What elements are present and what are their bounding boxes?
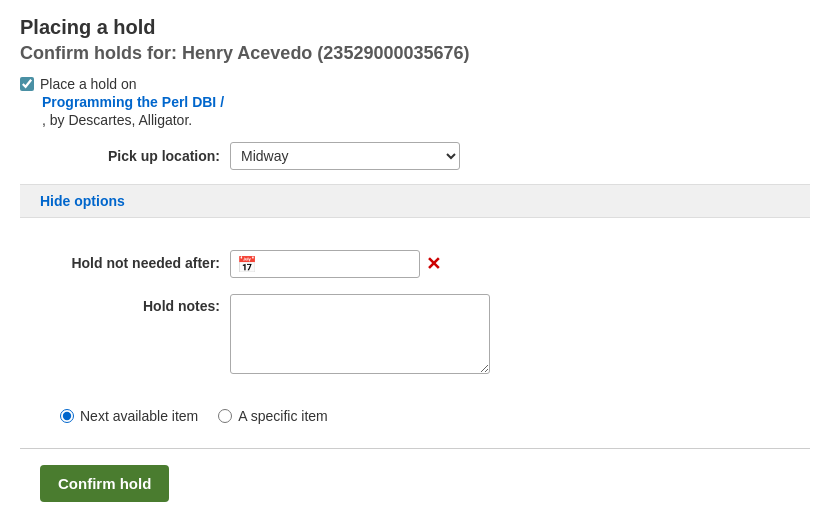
page-title: Placing a hold <box>20 16 810 39</box>
confirm-title: Confirm holds for: Henry Acevedo (235290… <box>20 43 810 64</box>
specific-item-option: A specific item <box>218 408 327 424</box>
place-hold-label: Place a hold on <box>40 76 137 92</box>
place-hold-row: Place a hold on <box>20 76 810 92</box>
date-input[interactable] <box>257 257 413 272</box>
item-selection-row: Next available item A specific item <box>20 398 810 440</box>
notes-row: Hold notes: <box>60 294 770 374</box>
next-available-label: Next available item <box>80 408 198 424</box>
hold-not-needed-label: Hold not needed after: <box>60 254 220 274</box>
divider <box>20 448 810 449</box>
page-container: Placing a hold Confirm holds for: Henry … <box>0 0 830 517</box>
specific-item-label: A specific item <box>238 408 327 424</box>
pickup-label: Pick up location: <box>60 148 220 164</box>
clear-date-button[interactable]: ✕ <box>426 255 441 273</box>
pickup-select[interactable]: Midway Branch 1 Branch 2 Main Library <box>230 142 460 170</box>
hide-options-link[interactable]: Hide options <box>40 193 125 209</box>
book-author: , by Descartes, Alligator. <box>42 112 810 128</box>
calendar-icon[interactable]: 📅 <box>237 255 257 274</box>
next-available-radio[interactable] <box>60 409 74 423</box>
hold-notes-textarea[interactable] <box>230 294 490 374</box>
next-available-option: Next available item <box>60 408 198 424</box>
date-input-container: 📅 <box>230 250 420 278</box>
specific-item-radio[interactable] <box>218 409 232 423</box>
options-section: Hide options <box>20 184 810 218</box>
hold-notes-label: Hold notes: <box>60 294 220 314</box>
options-body: Hold not needed after: 📅 ✕ Hold notes: <box>20 234 810 398</box>
pickup-location-row: Pick up location: Midway Branch 1 Branch… <box>20 142 810 170</box>
date-row: Hold not needed after: 📅 ✕ <box>60 250 770 278</box>
place-hold-checkbox[interactable] <box>20 77 34 91</box>
book-title-link[interactable]: Programming the Perl DBI / <box>42 94 810 110</box>
date-input-wrapper: 📅 ✕ <box>230 250 441 278</box>
confirm-hold-button[interactable]: Confirm hold <box>40 465 169 502</box>
